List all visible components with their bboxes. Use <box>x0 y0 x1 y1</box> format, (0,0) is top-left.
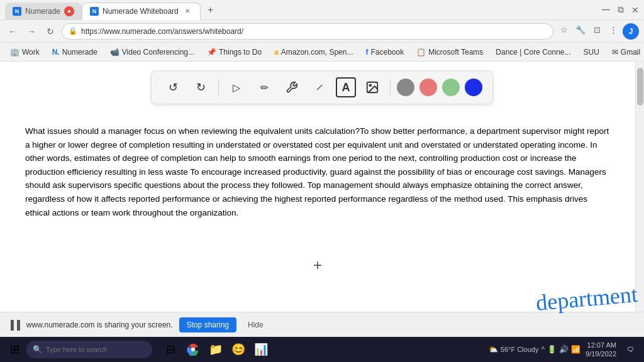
bookmark-label-suu: SUU <box>584 48 599 57</box>
bookmark-amazon[interactable]: a Amazon.com, Spen... <box>269 47 358 58</box>
hide-button[interactable]: Hide <box>243 317 269 332</box>
bookmark-icon-amazon: a <box>274 48 279 57</box>
tab-icon-1: N <box>13 7 21 16</box>
taskbar-search[interactable]: 🔍 <box>26 341 152 358</box>
bookmark-numerade[interactable]: N. Numerade <box>47 47 103 58</box>
tab-label-2: Numerade Whiteboard <box>103 7 179 16</box>
bookmark-label-gmail: Gmail <box>621 48 640 57</box>
bookmark-label-conferencing: Video Conferencing... <box>122 48 194 57</box>
wifi-icon: 📶 <box>571 345 580 354</box>
clock-date: 9/19/2022 <box>586 349 616 358</box>
line-tool[interactable]: ─ <box>304 72 336 104</box>
menu-btn[interactable]: ⋮ <box>606 23 620 37</box>
select-tool[interactable]: ▷ <box>225 76 248 99</box>
taskbar-app-chrome[interactable] <box>182 339 204 360</box>
refresh-button[interactable]: ↻ <box>43 24 58 39</box>
bookmark-todo[interactable]: 📌 Things to Do <box>202 47 267 58</box>
bookmark-dance[interactable]: Dance | Core Conne... <box>491 47 575 58</box>
url-bar[interactable]: 🔒 https://www.numerade.com/answers/white… <box>62 23 553 40</box>
text-tool[interactable]: A <box>336 77 356 97</box>
bookmark-star[interactable]: ☆ <box>557 23 571 37</box>
volume-icon: 🔊 <box>559 345 569 354</box>
tab-close-2[interactable]: ✕ <box>182 6 192 16</box>
tools-menu[interactable] <box>280 76 303 99</box>
undo-button[interactable]: ↺ <box>162 76 184 99</box>
bookmark-label-amazon: Amazon.com, Spen... <box>281 48 353 57</box>
start-button[interactable]: ⊞ <box>5 340 24 359</box>
tray-time: 12:07 AM 9/19/2022 <box>586 341 616 359</box>
notification-button[interactable]: 🗨 <box>621 341 639 358</box>
stop-sharing-button[interactable]: Stop sharing <box>179 317 236 332</box>
bookmark-facebook[interactable]: f Facebook <box>360 47 409 58</box>
tab-icon-2: N <box>90 7 99 16</box>
bookmark-label-numerade: Numerade <box>62 48 97 57</box>
bookmark-label-work: Work <box>22 48 40 57</box>
taskbar-app-view[interactable]: ⊟ <box>160 339 181 360</box>
toolbar-separator-1 <box>218 80 219 95</box>
bookmarks-bar: 🏢 Work N. Numerade 📹 Video Conferencing.… <box>0 43 644 62</box>
taskbar: ⊞ 🔍 ⊟ 📁 😊 📊 ⛅ 56°F Cloudy ^ 🔋 🔊 📶 <box>0 337 644 362</box>
tab-whiteboard[interactable]: N Numerade Whiteboard ✕ <box>82 3 201 20</box>
sharing-icon: ▐▐ <box>8 320 20 330</box>
url-text: https://www.numerade.com/answers/whitebo… <box>81 27 243 36</box>
bookmark-label-dance: Dance | Core Conne... <box>496 48 570 57</box>
address-bar: ← → ↻ 🔒 https://www.numerade.com/answers… <box>0 20 644 43</box>
window-controls: ─ ⧉ ✕ <box>602 3 639 16</box>
clock-time: 12:07 AM <box>586 341 616 349</box>
taskbar-apps: ⊟ 📁 😊 📊 <box>160 339 272 360</box>
sharing-message: www.numerade.com is sharing your screen. <box>26 321 173 329</box>
title-bar: N Numerade ● N Numerade Whiteboard ✕ + ─… <box>0 0 644 20</box>
lock-icon: 🔒 <box>69 27 77 35</box>
tab-numerade[interactable]: N Numerade ● <box>5 3 82 20</box>
extensions-btn[interactable]: 🔧 <box>574 23 587 37</box>
bookmark-label-todo: Things to Do <box>219 48 262 57</box>
weather-icon: ⛅ <box>489 345 498 354</box>
bookmark-work[interactable]: 🏢 Work <box>5 47 45 58</box>
image-tool[interactable] <box>361 76 384 99</box>
content-paragraph: What issues should a manager focus on wh… <box>25 124 610 219</box>
bookmark-label-facebook: Facebook <box>370 48 404 57</box>
add-tab-button[interactable]: + <box>203 3 218 18</box>
windows-icon: ⊞ <box>10 343 19 356</box>
restore-button[interactable]: ⧉ <box>618 4 624 15</box>
draw-tool[interactable]: ✏ <box>253 76 275 99</box>
tab-label-1: Numerade <box>25 7 60 16</box>
bookmark-icon-todo: 📌 <box>207 48 216 57</box>
bookmark-icon-teams: 📋 <box>416 48 426 57</box>
tab-close-1[interactable]: ● <box>64 6 74 16</box>
sharing-bar: ▐▐ www.numerade.com is sharing your scre… <box>0 312 644 337</box>
color-pink[interactable] <box>419 79 437 96</box>
profile-button[interactable]: J <box>623 23 639 40</box>
bookmark-teams[interactable]: 📋 Microsoft Teams <box>411 47 488 58</box>
color-green[interactable] <box>442 79 460 96</box>
add-content-button[interactable]: + <box>313 256 322 274</box>
taskbar-app-excel[interactable]: 📊 <box>250 339 272 360</box>
bookmark-conferencing[interactable]: 📹 Video Conferencing... <box>105 47 199 58</box>
search-input[interactable] <box>46 346 134 353</box>
taskbar-app-social[interactable]: 😊 <box>228 339 249 360</box>
bookmark-icon-gmail: ✉ <box>612 48 618 57</box>
tab-search-btn[interactable]: ⊡ <box>590 23 604 37</box>
taskbar-app-files[interactable]: 📁 <box>205 339 226 360</box>
search-icon: 🔍 <box>33 345 42 354</box>
forward-button[interactable]: → <box>24 24 39 39</box>
bookmark-gmail[interactable]: ✉ Gmail <box>607 47 644 58</box>
bookmark-label-teams: Microsoft Teams <box>428 48 483 57</box>
back-button[interactable]: ← <box>5 24 20 39</box>
main-content: ↺ ↻ ▷ ✏ ─ A What issues should a manager… <box>0 62 644 326</box>
toolbar-separator-2 <box>390 80 391 95</box>
network-icon: ^ <box>541 345 545 354</box>
scrollbar-thumb[interactable] <box>637 68 643 106</box>
color-blue[interactable] <box>465 79 482 96</box>
address-actions: ☆ 🔧 ⊡ ⋮ J <box>557 23 639 40</box>
weather-text: 56°F Cloudy <box>501 346 539 353</box>
minimize-button[interactable]: ─ <box>602 3 610 16</box>
tray-icons: ⛅ 56°F Cloudy ^ 🔋 🔊 📶 <box>489 345 580 354</box>
redo-button[interactable]: ↻ <box>189 76 212 99</box>
bookmark-icon-work: 🏢 <box>10 48 19 57</box>
color-gray[interactable] <box>397 79 414 96</box>
close-button[interactable]: ✕ <box>631 5 639 15</box>
bookmark-icon-conferencing: 📹 <box>110 48 119 57</box>
svg-point-1 <box>369 84 371 86</box>
bookmark-suu[interactable]: SUU <box>579 47 604 58</box>
